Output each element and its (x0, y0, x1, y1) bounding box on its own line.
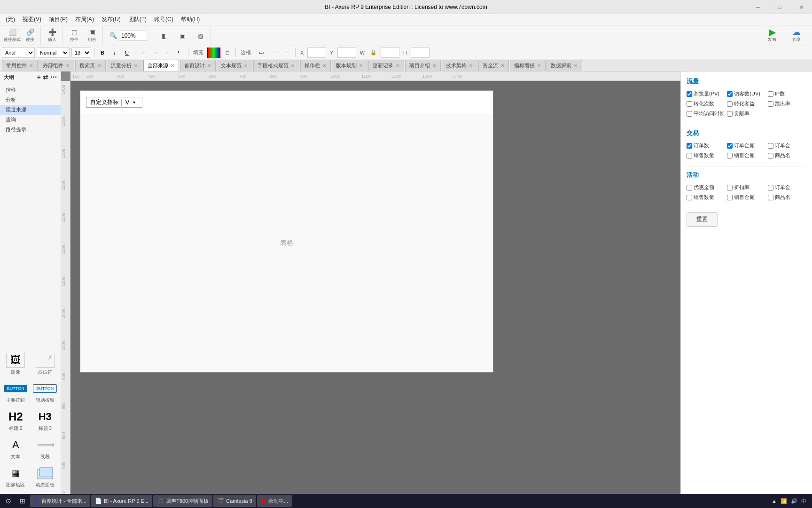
conversion-value-checkbox[interactable] (727, 101, 733, 107)
minimize-button[interactable]: ─ (747, 0, 769, 14)
tab-close-7[interactable]: ✕ (290, 63, 295, 68)
act-product-checkbox[interactable] (768, 195, 773, 200)
toolbar-align-left[interactable]: ◧ (156, 27, 173, 44)
checkbox-ip[interactable]: IP数 (768, 90, 806, 97)
taskbar-search[interactable]: ⊞ (16, 495, 29, 507)
tab-tech-arch[interactable]: 技术架构 ✕ (442, 60, 477, 71)
toolbar-share-btn[interactable]: ☁ 共享 (785, 27, 808, 44)
align-right-button[interactable]: ≡ (163, 48, 173, 58)
taskbar-start[interactable]: ⊙ (2, 495, 15, 507)
tab-field-format[interactable]: 字段格式规范 ✕ (253, 60, 299, 71)
tab-close-13[interactable]: ✕ (500, 63, 505, 68)
widget-text[interactable]: A 文本 (2, 436, 30, 462)
outline-item-analysis[interactable]: 分析 (0, 95, 61, 105)
toolbar-widget-btn[interactable]: ▢ 控件 (66, 27, 83, 44)
close-button[interactable]: ✕ (790, 0, 812, 14)
tab-close-10[interactable]: ✕ (395, 63, 400, 68)
outline-item-widgets[interactable]: 控件 (0, 85, 61, 95)
tab-close-3[interactable]: ✕ (133, 63, 138, 68)
toolbar-publish-btn[interactable]: ▶ 发布 (760, 27, 784, 44)
reset-button[interactable]: 重置 (687, 212, 718, 227)
tab-close-11[interactable]: ✕ (432, 63, 437, 68)
outline-expand-icon[interactable]: ⇄ (43, 73, 48, 81)
border-color-btn[interactable]: ▭ (255, 48, 268, 58)
tab-close-15[interactable]: ✕ (573, 63, 578, 68)
underline-button[interactable]: U (122, 48, 132, 58)
font-style-select[interactable]: Normal (37, 48, 70, 58)
lock-icon[interactable]: 🔒 (368, 48, 379, 58)
tab-changelog[interactable]: 更新记录 ✕ (368, 60, 404, 71)
fill-none-btn[interactable]: □ (222, 48, 233, 58)
conversion-count-checkbox[interactable] (687, 101, 692, 107)
menu-none[interactable]: (无) (2, 15, 19, 24)
checkbox-contribution[interactable]: 贡献率 (727, 110, 765, 117)
font-family-select[interactable]: Arial (2, 48, 35, 58)
widget-line[interactable]: 线段 (31, 436, 59, 462)
tab-close-2[interactable]: ✕ (97, 63, 102, 68)
outline-item-query[interactable]: 查询 (0, 115, 61, 125)
discount-amount-checkbox[interactable] (687, 185, 692, 190)
checkbox-discount-amount[interactable]: 优惠金额 (687, 184, 725, 191)
tab-text-spec[interactable]: 文本规范 ✕ (217, 60, 252, 71)
taskbar-record[interactable]: ⏺ 录制中... (257, 495, 292, 507)
order-amount-checkbox[interactable] (727, 143, 733, 149)
font-size-select[interactable]: 13 (71, 48, 91, 58)
tab-common-widgets[interactable]: 常用控件 ✕ (2, 60, 38, 71)
custom-metric-dropdown[interactable]: 自定义指标 V ▾ (86, 97, 142, 108)
order-count-checkbox[interactable] (687, 143, 692, 149)
taskbar-axure[interactable]: 📄 BI - Axure RP 9 E... (91, 495, 152, 507)
tab-close-0[interactable]: ✕ (29, 63, 33, 68)
fill-color-btn[interactable] (207, 48, 220, 58)
contribution-checkbox[interactable] (727, 111, 733, 117)
avg-duration-checkbox[interactable] (687, 111, 692, 117)
toolbar-insert-btn[interactable]: ➕ 插入 (44, 27, 61, 44)
checkbox-act-sales-amount[interactable]: 销售金额 (727, 194, 765, 201)
checkbox-act-order[interactable]: 订单金 (768, 184, 806, 191)
tab-close-14[interactable]: ✕ (537, 63, 541, 68)
checkbox-uv[interactable]: 访客数(UV) (727, 90, 765, 97)
ip-checkbox[interactable] (768, 91, 773, 97)
outline-item-channels[interactable]: 渠道来源 (0, 105, 61, 115)
sales-qty-checkbox[interactable] (687, 153, 692, 159)
checkbox-discount-rate[interactable]: 折扣率 (727, 184, 765, 191)
widget-h3[interactable]: H3 标题 3 (31, 407, 59, 434)
tab-all-sources[interactable]: 全部来源 ✕ (143, 60, 179, 71)
toolbar-frame-btn[interactable]: ⬜ 连接框式 (4, 27, 21, 44)
widget-dynamic-panel[interactable]: 动态面板 (31, 464, 59, 490)
align-center-button[interactable]: ≡ (150, 48, 161, 58)
checkbox-sales-amount[interactable]: 销售金额 (727, 152, 765, 159)
menu-layout[interactable]: 布局(A) (71, 15, 98, 24)
toolbar-align-center[interactable]: ▣ (174, 27, 191, 44)
w-input[interactable] (381, 48, 399, 58)
widget-primary-btn[interactable]: BUTTON 主要按钮 (2, 379, 30, 405)
discount-rate-checkbox[interactable] (727, 185, 733, 190)
widget-h2[interactable]: H2 标题 2 (2, 407, 30, 434)
h-input[interactable] (411, 48, 429, 58)
border-width-btn[interactable]: ─ (282, 48, 292, 58)
widget-placeholder[interactable]: ✗ 占位符 (31, 351, 59, 377)
sales-amount-checkbox[interactable] (727, 153, 733, 159)
checkbox-order-other[interactable]: 订单金 (768, 142, 806, 149)
act-sales-qty-checkbox[interactable] (687, 195, 692, 200)
checkbox-conversion-count[interactable]: 转化次数 (687, 100, 725, 107)
tab-flow-analysis[interactable]: 流量分析 ✕ (107, 60, 142, 71)
tab-close-12[interactable]: ✕ (468, 63, 473, 68)
uv-checkbox[interactable] (727, 91, 733, 97)
bounce-rate-checkbox[interactable] (768, 101, 773, 107)
toolbar-connect-btn[interactable]: 🔗 连接 (22, 27, 39, 44)
checkbox-bounce-rate[interactable]: 跳出率 (768, 100, 806, 107)
tab-close-4[interactable]: ✕ (170, 63, 175, 68)
tab-search[interactable]: 搜索页 ✕ (75, 60, 106, 71)
widget-image[interactable]: 🖼 图像 (2, 351, 30, 377)
x-input[interactable] (307, 48, 326, 58)
checkbox-sales-qty[interactable]: 销售数量 (687, 152, 725, 159)
checkbox-act-product[interactable]: 商品名 (768, 194, 806, 201)
tab-close-1[interactable]: ✕ (65, 63, 70, 68)
checkbox-order-count[interactable]: 订单数 (687, 142, 725, 149)
tab-close-5[interactable]: ✕ (207, 63, 211, 68)
product-name-checkbox[interactable] (768, 153, 773, 159)
tab-close-6[interactable]: ✕ (243, 63, 248, 68)
tab-external[interactable]: 外部组件 ✕ (39, 60, 74, 71)
checkbox-pv[interactable]: 浏览量(PV) (687, 90, 725, 97)
checkbox-act-sales-qty[interactable]: 销售数量 (687, 194, 725, 201)
